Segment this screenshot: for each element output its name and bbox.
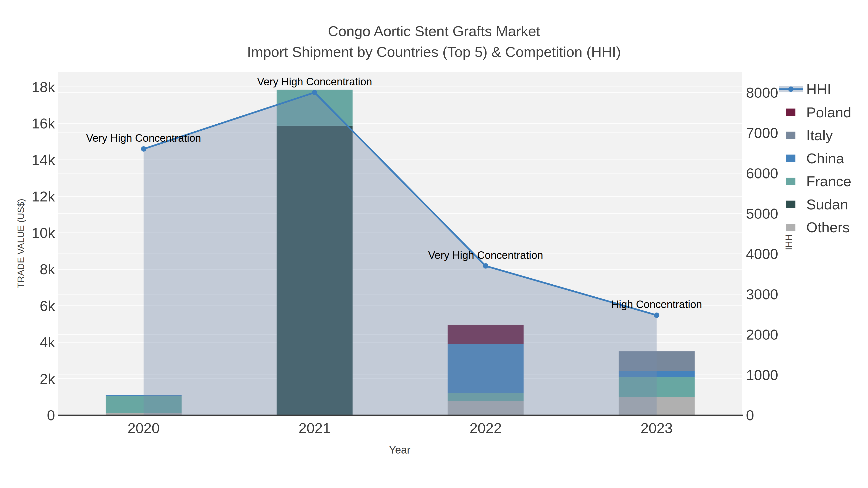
- legend-label-china: China: [806, 151, 844, 166]
- hhi-marker-2020: [141, 146, 146, 152]
- y-left-tick-10k: 10k: [32, 225, 55, 241]
- annotation-2023: High Concentration: [611, 298, 702, 310]
- y-right-tick-1000: 1000: [746, 367, 778, 383]
- y-right-tick-5000: 5000: [746, 205, 778, 222]
- chart-figure: Very High ConcentrationVery High Concent…: [0, 0, 868, 488]
- x-tick-2021: 2021: [299, 420, 331, 436]
- legend-label-poland: Poland: [806, 104, 851, 121]
- annotation-2020: Very High Concentration: [86, 132, 201, 144]
- annotation-2021: Very High Concentration: [257, 76, 372, 88]
- chart-svg: Very High ConcentrationVery High Concent…: [0, 0, 868, 488]
- x-tick-2020: 2020: [128, 420, 160, 436]
- legend-swatch-france: [786, 177, 796, 185]
- legend: HHIPolandItalyChinaFranceSudanOthers: [779, 81, 851, 235]
- y-left-tick-8k: 8k: [40, 261, 55, 278]
- legend-item-poland[interactable]: Poland: [786, 104, 851, 121]
- left-axis-title: TRADE VALUE (US$): [16, 199, 26, 288]
- legend-hhi-marker-sample: [788, 87, 794, 92]
- y-right-tick-7000: 7000: [746, 125, 778, 141]
- x-tick-2023: 2023: [641, 420, 673, 436]
- x-axis-title: Year: [389, 444, 411, 456]
- annotation-2022: Very High Concentration: [428, 249, 543, 261]
- legend-swatch-sudan: [786, 201, 796, 208]
- legend-item-hhi[interactable]: HHI: [779, 81, 831, 97]
- y-right-tick-4000: 4000: [746, 246, 778, 262]
- y-left-tick-2k: 2k: [40, 371, 55, 387]
- x-tick-2022: 2022: [469, 420, 501, 436]
- legend-label-hhi: HHI: [806, 81, 831, 97]
- y-right-tick-2000: 2000: [746, 327, 778, 343]
- y-right-tick-0: 0: [746, 407, 754, 423]
- hhi-marker-2023: [654, 313, 659, 318]
- y-right-tick-6000: 6000: [746, 165, 778, 182]
- legend-item-france[interactable]: France: [786, 173, 851, 189]
- y-left-tick-14k: 14k: [32, 152, 55, 168]
- legend-label-sudan: Sudan: [806, 196, 848, 213]
- y-left-tick-12k: 12k: [32, 189, 55, 205]
- hhi-marker-2021: [312, 90, 317, 95]
- y-left-tick-0: 0: [47, 407, 55, 423]
- legend-item-china[interactable]: China: [786, 151, 844, 166]
- chart-title-line1: Congo Aortic Stent Grafts Market: [328, 23, 540, 39]
- legend-swatch-italy: [786, 132, 796, 139]
- legend-swatch-poland: [786, 109, 796, 116]
- y-left-tick-6k: 6k: [40, 298, 55, 314]
- legend-swatch-china: [786, 155, 796, 162]
- legend-swatch-others: [786, 224, 796, 231]
- y-right-tick-8000: 8000: [746, 85, 778, 101]
- legend-label-france: France: [806, 173, 851, 189]
- y-left-tick-16k: 16k: [32, 116, 55, 132]
- y-left-tick-18k: 18k: [32, 79, 55, 95]
- right-axis-title: HHI: [784, 234, 794, 250]
- y-left-tick-4k: 4k: [40, 334, 55, 350]
- chart-title-line2: Import Shipment by Countries (Top 5) & C…: [247, 44, 621, 60]
- legend-item-italy[interactable]: Italy: [786, 127, 833, 143]
- y-right-tick-3000: 3000: [746, 286, 778, 302]
- legend-label-others: Others: [806, 219, 850, 235]
- hhi-marker-2022: [483, 263, 488, 269]
- legend-item-others[interactable]: Others: [786, 219, 850, 235]
- legend-label-italy: Italy: [806, 127, 833, 143]
- legend-item-sudan[interactable]: Sudan: [786, 196, 848, 213]
